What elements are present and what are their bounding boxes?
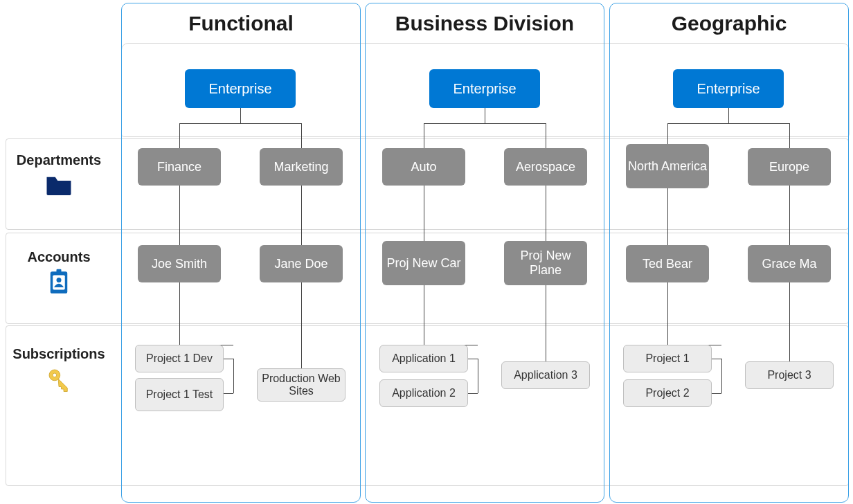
node-label: Application 2 [392,387,456,399]
column-title: Functional [122,12,360,35]
enterprise-node: Enterprise [429,69,540,108]
node-label: Jane Doe [274,257,327,271]
node-label: Europe [769,160,809,174]
subscription-node: Project 1 Dev [135,345,224,372]
node-label: Application 1 [392,352,456,365]
node-label: Application 3 [514,369,577,381]
department-node: North America [626,144,709,188]
row-label-accounts: Accounts [0,249,118,297]
node-label: Production Web Sites [258,372,345,398]
subscription-node: Project 2 [623,379,712,407]
enterprise-node: Enterprise [673,69,784,108]
node-label: Joe Smith [152,257,207,271]
node-label: Marketing [273,160,328,174]
subscriptions-label: Subscriptions [12,346,105,362]
department-node: Europe [748,148,831,186]
subscription-node: Project 1 [623,345,712,372]
node-label: Enterprise [453,81,516,97]
column-title: Geographic [610,12,848,35]
department-node: Marketing [260,148,343,186]
account-node: Jane Doe [260,245,343,282]
account-node: Ted Bear [626,245,709,282]
node-label: Aerospace [516,160,575,174]
account-node: Proj New Plane [504,241,587,285]
accounts-label: Accounts [27,249,90,265]
subscription-node: Application 2 [379,379,468,407]
svg-point-5 [53,373,57,377]
key-icon [44,365,73,394]
subscription-node: Project 1 Test [135,378,224,411]
node-label: Proj New Car [386,256,460,271]
account-node: Joe Smith [138,245,221,282]
row-label-departments: Departments [0,152,118,200]
node-label: Project 1 Dev [146,352,213,365]
diagram-stage: Departments Accounts Subscriptions Funct… [0,0,853,504]
account-node: Grace Ma [748,245,831,282]
node-label: Proj New Plane [504,249,587,277]
row-label-subscriptions: Subscriptions [0,346,118,394]
folder-icon [44,171,73,200]
subscription-node: Application 3 [501,361,590,389]
department-node: Aerospace [504,148,587,186]
node-label: Grace Ma [762,257,816,271]
node-label: Finance [157,160,201,174]
svg-rect-3 [57,269,62,274]
node-label: Enterprise [697,81,760,97]
departments-label: Departments [17,152,101,168]
node-label: Project 2 [645,387,689,399]
department-node: Finance [138,148,221,186]
node-label: Enterprise [208,81,271,97]
node-label: Auto [411,160,436,174]
node-label: Project 3 [767,369,811,381]
badge-icon [44,268,73,297]
account-node: Proj New Car [382,241,465,285]
node-label: Ted Bear [643,257,692,271]
svg-point-2 [57,278,62,282]
column-title: Business Division [366,12,604,35]
subscription-node: Project 3 [745,361,834,389]
node-label: North America [628,159,707,174]
enterprise-node: Enterprise [185,69,296,108]
node-label: Project 1 [645,352,689,365]
department-node: Auto [382,148,465,186]
subscription-node: Application 1 [379,345,468,372]
node-label: Project 1 Test [146,388,213,401]
subscription-node: Production Web Sites [257,368,345,402]
